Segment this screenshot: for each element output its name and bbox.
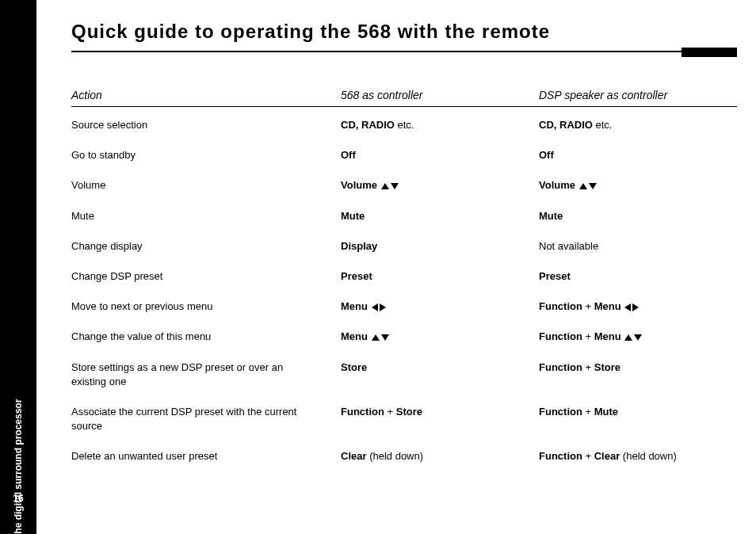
title-rule [71,51,737,52]
cell-action: Mute [71,209,309,223]
plain-text: + [582,300,594,312]
cell-568: Volume [341,178,539,193]
bold-text: Function [539,330,582,342]
cell-dsp: Function + Store [539,360,737,375]
title-accent-block [682,48,737,57]
table-row: Change the value of this menuMenu Functi… [71,325,737,355]
cell-568: Clear (held down) [341,449,539,463]
triangle-down-icon [634,334,642,341]
cell-dsp: Function + Mute [539,405,737,419]
triangle-down-icon [391,183,399,189]
cell-dsp: Off [539,148,737,162]
content-area: Quick guide to operating the 568 with th… [71,21,737,475]
plain-text: etc. [593,119,613,131]
bold-text: Function [539,406,582,418]
bold-text: Preset [539,270,571,282]
bold-text: Clear [341,450,367,462]
cell-568: Display [341,239,539,254]
cell-568: Menu [341,299,539,314]
bold-text: Store [594,361,620,373]
bold-text: CD, RADIO [539,119,593,131]
cell-568: Mute [341,209,539,223]
table-row: Source selectionCD, RADIO etc.CD, RADIO … [71,113,737,143]
cell-action: Go to standby [71,148,309,162]
bold-text: Function [539,361,582,373]
cell-action: Change display [71,239,309,254]
table-row: Associate the current DSP preset with th… [71,400,737,444]
cell-568: Store [341,360,539,375]
bold-text: Volume [341,179,380,191]
bold-text: Function [539,300,582,312]
table-row: MuteMuteMute [71,204,737,235]
cell-dsp: Function + Menu [539,330,737,344]
table-row: Change displayDisplayNot available [71,235,737,265]
triangle-up-icon [624,334,632,341]
cell-action: Source selection [71,118,309,132]
plain-text: + [582,406,594,418]
col-dsp: DSP speaker as controller [539,89,737,101]
cell-568: Menu [341,330,539,344]
table-row: Change DSP presetPresetPreset [71,265,737,295]
cell-568: Function + Store [341,405,539,419]
bold-text: Menu [341,330,371,342]
triangle-right-icon [380,303,386,311]
plain-text: (held down) [620,450,677,462]
table-row: VolumeVolume Volume [71,174,737,204]
table-row: Go to standbyOffOff [71,143,737,174]
cell-568: Off [341,148,539,162]
cell-568: CD, RADIO etc. [341,118,539,132]
cell-dsp: CD, RADIO etc. [539,118,737,132]
bold-text: Mute [594,406,618,418]
plain-text: + [582,361,594,373]
bold-text: Menu [594,330,624,342]
bold-text: Preset [341,270,372,282]
bold-text: Display [341,240,377,252]
cell-action: Move to next or previous menu [71,299,309,314]
triangle-right-icon [632,303,639,311]
plain-text: Not available [539,240,598,252]
cell-dsp: Volume [539,178,737,193]
triangle-left-icon [372,303,378,311]
col-action: Action [71,89,341,101]
col-568: 568 as controller [341,89,539,101]
cell-dsp: Function + Clear (held down) [539,449,737,463]
cell-action: Store settings as a new DSP preset or ov… [71,360,309,389]
cell-dsp: Not available [539,239,737,254]
cell-568: Preset [341,269,539,284]
table-row: Delete an unwanted user presetClear (hel… [71,444,737,475]
plain-text: + [384,406,396,418]
triangle-up-icon [579,183,587,189]
bold-text: Menu [594,300,624,312]
cell-action: Delete an unwanted user preset [71,449,309,463]
bold-text: Mute [341,210,365,222]
bold-text: Off [341,149,356,161]
table-header-row: Action 568 as controller DSP speaker as … [71,89,737,107]
cell-action: Change the value of this menu [71,330,309,344]
triangle-up-icon [381,183,389,189]
cell-dsp: Preset [539,269,737,284]
quick-guide-table: Action 568 as controller DSP speaker as … [71,89,737,475]
cell-dsp: Function + Menu [539,299,737,314]
cell-action: Associate the current DSP preset with th… [71,405,309,433]
bold-text: Mute [539,210,563,222]
bold-text: Function [539,450,582,462]
triangle-left-icon [624,303,631,311]
triangle-down-icon [381,334,389,341]
cell-action: Volume [71,178,309,193]
bold-text: Store [396,406,422,418]
page: Using the digital surround processor 16 … [0,0,756,534]
bold-text: Off [539,149,554,161]
bold-text: Volume [539,179,578,191]
page-title: Quick guide to operating the 568 with th… [71,21,550,48]
triangle-up-icon [372,334,380,341]
plain-text: etc. [395,119,414,131]
spine-section-label: Using the digital surround processor [13,399,24,534]
bold-text: CD, RADIO [341,119,395,131]
plain-text: + [582,330,594,342]
bold-text: Function [341,406,384,418]
title-bar: Quick guide to operating the 568 with th… [71,21,737,48]
table-row: Store settings as a new DSP preset or ov… [71,356,737,400]
cell-action: Change DSP preset [71,269,309,284]
bold-text: Menu [341,300,371,312]
table-row: Move to next or previous menuMenu Functi… [71,295,737,325]
